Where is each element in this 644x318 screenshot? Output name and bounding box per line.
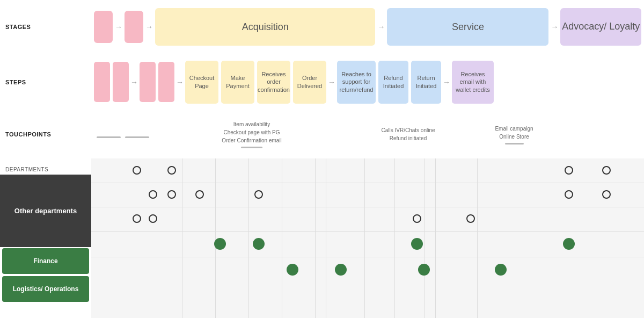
- pre-stage-2: [125, 11, 143, 43]
- dot-other-r2-5: [565, 190, 573, 199]
- steps-row: → → Checkout Page Make Payment Receives …: [91, 54, 644, 110]
- step-return: Return Initiated: [411, 61, 441, 104]
- dot-finance-1: [214, 238, 226, 250]
- advocacy-stage: Advocacy/ Loyalty: [560, 8, 641, 46]
- pre-stage-1: [94, 11, 113, 43]
- step-delivered: Order Delivered: [293, 61, 326, 104]
- pre-step-4: [158, 62, 174, 102]
- dot-other-r2-3: [195, 190, 204, 199]
- arrow-3: →: [377, 23, 385, 31]
- dot-other-r3-1: [133, 214, 141, 223]
- dot-finance-4: [563, 238, 575, 250]
- dot-other-r1-3: [565, 166, 573, 175]
- dot-logistics-4: [495, 264, 507, 276]
- step-payment: Make Payment: [221, 61, 254, 104]
- dot-other-r3-4: [466, 214, 475, 223]
- grid-container: [91, 158, 644, 318]
- step-support: Reaches to support for return/refund: [337, 61, 376, 104]
- dot-other-r1-1: [133, 166, 141, 175]
- content-area: → → Acquisition → Service → Advocacy/ Lo…: [91, 0, 644, 318]
- h-line-3: [91, 231, 644, 232]
- stages-label: STAGES: [0, 0, 91, 54]
- h-line-1: [91, 183, 644, 183]
- steps-label: STEPS: [0, 54, 91, 110]
- dot-finance-2: [253, 238, 265, 250]
- step-arrow-1: →: [130, 78, 138, 86]
- dot-other-r1-2: [167, 166, 176, 175]
- step-arrow-4: →: [443, 78, 450, 86]
- arrow-1: →: [115, 23, 122, 31]
- step-refund: Refund Initiated: [378, 61, 408, 104]
- tp-acquisition: Item availabilityCheckout page with PGOr…: [185, 120, 318, 148]
- step-checkout: Checkout Page: [185, 61, 218, 104]
- h-line-4: [91, 257, 644, 257]
- step-arrow-2: →: [176, 78, 184, 86]
- tp-advocacy: Email campaignOnline Store: [490, 125, 538, 144]
- tp-spacer-1: [94, 131, 185, 138]
- touchpoints-row: Item availabilityCheckout page with PGOr…: [91, 110, 644, 158]
- dot-logistics-3: [418, 264, 430, 276]
- tp-service: Calls IVR/Chats onlineRefund initiated: [358, 126, 458, 142]
- other-departments-label: Other departments: [0, 175, 91, 247]
- main-container: STAGES STEPS TOUCHPOINTS DEPARTMENTS Oth…: [0, 0, 644, 318]
- dot-finance-3: [411, 238, 423, 250]
- touchpoints-label: TOUCHPOINTS: [0, 110, 91, 158]
- h-line-2: [91, 207, 644, 207]
- finance-label: Finance: [2, 248, 89, 274]
- dot-logistics-2: [335, 264, 347, 276]
- dot-other-r2-2: [167, 190, 176, 199]
- step-wallet: Receives email with wallet credits: [452, 61, 494, 104]
- left-panel: STAGES STEPS TOUCHPOINTS DEPARTMENTS Oth…: [0, 0, 91, 318]
- step-arrow-3: →: [328, 78, 335, 86]
- dot-other-r2-6: [602, 190, 611, 199]
- step-confirmation: Receives order confirmation: [257, 61, 290, 104]
- logistics-label: Logistics/ Operations: [2, 276, 89, 302]
- dot-other-r1-4: [602, 166, 611, 175]
- dot-other-r2-1: [149, 190, 157, 199]
- arrow-4: →: [551, 23, 558, 31]
- service-stage: Service: [387, 8, 548, 46]
- grid-area: [91, 158, 644, 318]
- dot-logistics-1: [287, 264, 298, 276]
- dot-other-r3-2: [149, 214, 157, 223]
- arrow-2: →: [145, 23, 153, 31]
- departments-label: DEPARTMENTS: [0, 158, 91, 175]
- acquisition-stage: Acquisition: [155, 8, 375, 46]
- pre-step-1: [94, 62, 110, 102]
- pre-step-2: [113, 62, 129, 102]
- stages-row: → → Acquisition → Service → Advocacy/ Lo…: [91, 0, 644, 54]
- dot-other-r2-4: [254, 190, 263, 199]
- dot-other-r3-3: [413, 214, 421, 223]
- pre-step-3: [140, 62, 156, 102]
